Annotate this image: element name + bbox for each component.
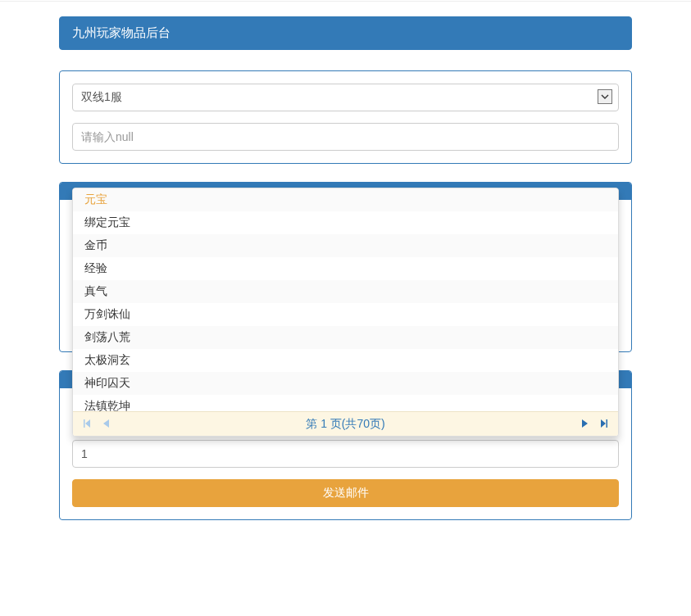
dropdown-item[interactable]: 神印囚天 bbox=[73, 372, 618, 395]
dropdown-item[interactable]: 经验 bbox=[73, 257, 618, 280]
page-title-bar: 九州玩家物品后台 bbox=[59, 16, 632, 50]
pager-last-icon[interactable] bbox=[600, 419, 608, 430]
dropdown-item[interactable]: 剑荡八荒 bbox=[73, 326, 618, 349]
send-mail-button[interactable]: 发送邮件 bbox=[72, 479, 619, 507]
pager-first-icon[interactable] bbox=[83, 419, 91, 430]
pager-next-icon[interactable] bbox=[581, 419, 589, 430]
dropdown-item[interactable]: 元宝 bbox=[73, 188, 618, 211]
dropdown-item[interactable]: 真气 bbox=[73, 280, 618, 303]
search-input[interactable] bbox=[72, 123, 619, 151]
server-panel bbox=[59, 70, 632, 164]
dropdown-list: 元宝绑定元宝金币经验真气万剑诛仙剑荡八荒太极洞玄神印囚天法镇乾坤 bbox=[73, 188, 618, 411]
dropdown-item[interactable]: 万剑诛仙 bbox=[73, 303, 618, 326]
pager-prev-icon[interactable] bbox=[102, 419, 110, 430]
dropdown-item[interactable]: 太极洞玄 bbox=[73, 349, 618, 372]
item-dropdown: 元宝绑定元宝金币经验真气万剑诛仙剑荡八荒太极洞玄神印囚天法镇乾坤 第 1 页(共… bbox=[72, 188, 619, 437]
dropdown-pager: 第 1 页(共70页) bbox=[73, 411, 618, 436]
dropdown-item[interactable]: 金币 bbox=[73, 234, 618, 257]
quantity-input[interactable] bbox=[72, 440, 619, 468]
page-title: 九州玩家物品后台 bbox=[72, 25, 170, 39]
server-select[interactable] bbox=[72, 84, 619, 111]
dropdown-item[interactable]: 绑定元宝 bbox=[73, 211, 618, 234]
pager-text: 第 1 页(共70页) bbox=[306, 417, 384, 432]
